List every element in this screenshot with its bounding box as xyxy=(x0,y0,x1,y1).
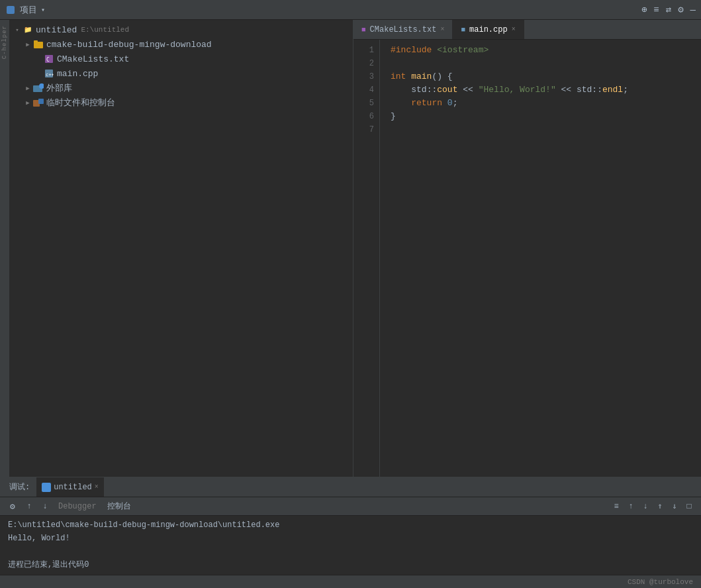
toolbar-down3-icon[interactable]: ⇓ xyxy=(668,500,681,513)
expand-extlib-icon: ▶ xyxy=(23,85,33,92)
title-bar: 项目 ▾ ⊕ ≡ ⇄ ⚙ — xyxy=(0,0,701,20)
tree-item-extlib[interactable]: ▶ 外部库 xyxy=(9,81,353,95)
panel-toolbar-left: ⚙ ↑ ↓ Debugger 控制台 xyxy=(5,499,606,514)
tree-item-build[interactable]: ▶ cmake-build-debug-mingw-download xyxy=(9,37,353,52)
split-icon[interactable]: ⇄ xyxy=(666,4,671,15)
debugger-label[interactable]: Debugger xyxy=(54,502,101,511)
cmake-tab-label: CMakeLists.txt xyxy=(370,25,437,34)
code-content[interactable]: #include <iostream> int main() { std::co… xyxy=(380,40,701,477)
tmp-icon xyxy=(33,98,44,107)
tree-root[interactable]: ▾ 📁 untitled E:\untitled xyxy=(9,23,353,37)
status-bar-text: CSDN @turbolove xyxy=(628,578,693,586)
build-folder-icon xyxy=(33,40,44,49)
app-window: 项目 ▾ ⊕ ≡ ⇄ ⚙ — C-helper ▾ 📁 untitled E: xyxy=(0,0,701,588)
minimize-icon[interactable]: — xyxy=(690,5,696,15)
extlib-icon xyxy=(33,83,44,93)
tmp-label: 临时文件和控制台 xyxy=(46,97,115,109)
panel-toolbar-right: ≡ ↑ ↓ ⇑ ⇓ □ xyxy=(610,500,696,513)
sidebar: ▾ 📁 untitled E:\untitled ▶ cmake-build-d… xyxy=(9,20,353,477)
panel-toolbar: ⚙ ↑ ↓ Debugger 控制台 ≡ ↑ ↓ ⇑ ⇓ □ xyxy=(0,497,701,516)
untitled-tab-label: untitled xyxy=(54,483,92,492)
panel-tab-bar: 调试: untitled × xyxy=(0,477,701,497)
console-line-1: E:\untitled\cmake-build-debug-mingw-down… xyxy=(8,518,693,532)
cmake-tab[interactable]: ■ CMakeLists.txt × xyxy=(353,20,453,39)
toolbar-list-icon[interactable]: ≡ xyxy=(610,500,623,513)
svg-rect-0 xyxy=(7,6,15,14)
cmake-tab-icon: ■ xyxy=(361,26,366,34)
project-icon xyxy=(5,5,16,15)
untitled-tab[interactable]: untitled × xyxy=(36,477,104,497)
debug-up-icon[interactable]: ↑ xyxy=(23,500,36,513)
svg-rect-2 xyxy=(34,40,38,43)
cpp-tab[interactable]: ■ main.cpp × xyxy=(453,20,524,39)
svg-rect-10 xyxy=(38,99,44,104)
cmake-tab-close[interactable]: × xyxy=(440,26,444,33)
svg-rect-11 xyxy=(44,485,49,490)
left-activity-bar: C-helper xyxy=(0,20,9,477)
expand-build-icon: ▶ xyxy=(23,41,33,48)
tab-bar: ■ CMakeLists.txt × ■ main.cpp × xyxy=(353,20,701,40)
cpp-tab-close[interactable]: × xyxy=(512,26,516,33)
console-label[interactable]: 控制台 xyxy=(103,501,135,512)
cpp-tab-label: main.cpp xyxy=(469,25,508,34)
title-bar-icons: ⊕ ≡ ⇄ ⚙ — xyxy=(641,4,696,15)
untitled-tab-icon xyxy=(42,483,51,492)
expand-tmp-icon: ▶ xyxy=(23,99,33,107)
cpp-tab-icon: ■ xyxy=(461,26,465,34)
svg-text:c++: c++ xyxy=(46,72,54,77)
tree-item-tmp[interactable]: ▶ 临时文件和控制台 xyxy=(9,95,353,110)
bottom-panel: 调试: untitled × ⚙ ↑ ↓ Debugger 控制台 ≡ ↑ xyxy=(0,477,701,588)
file-tree: ▾ 📁 untitled E:\untitled ▶ cmake-build-d… xyxy=(9,20,353,477)
tree-item-cmake[interactable]: C CMakeLists.txt xyxy=(9,52,353,66)
root-label: untitled xyxy=(36,25,77,35)
code-line-3: int main() { xyxy=(391,70,701,83)
toolbar-up2-icon[interactable]: ↑ xyxy=(624,500,637,513)
tree-item-main-cpp[interactable]: c++ main.cpp xyxy=(9,66,353,81)
globe-icon[interactable]: ⊕ xyxy=(641,4,647,15)
extlib-label: 外部库 xyxy=(46,82,72,94)
cmake-file-icon: C xyxy=(44,54,54,64)
cmake-label: CMakeLists.txt xyxy=(57,54,129,64)
code-line-1: #include <iostream> xyxy=(391,44,701,57)
project-dropdown[interactable]: ▾ xyxy=(41,6,45,14)
console-output[interactable]: E:\untitled\cmake-build-debug-mingw-down… xyxy=(0,516,701,575)
code-editor: 1 2 3 4 5 6 7 #include <iostream> int ma… xyxy=(353,40,701,477)
settings-icon[interactable]: ⚙ xyxy=(678,4,683,15)
untitled-tab-close[interactable]: × xyxy=(95,483,99,491)
console-line-2: Hello, World! xyxy=(8,532,693,545)
content-row: C-helper ▾ 📁 untitled E:\untitled ▶ xyxy=(0,20,701,477)
status-bar: CSDN @turbolove xyxy=(0,575,701,588)
title-bar-left: 项目 ▾ xyxy=(5,4,637,16)
editor-area: ■ CMakeLists.txt × ■ main.cpp × 1 2 3 4 … xyxy=(353,20,701,477)
main-cpp-label: main.cpp xyxy=(57,69,98,79)
code-line-2 xyxy=(391,57,701,70)
project-label: 项目 xyxy=(20,4,37,16)
toolbar-down2-icon[interactable]: ↓ xyxy=(639,500,652,513)
toolbar-square-icon[interactable]: □ xyxy=(682,500,696,513)
console-line-4: 进程已结束,退出代码0 xyxy=(8,558,693,571)
console-line-3 xyxy=(8,545,693,558)
expand-root-icon: ▾ xyxy=(12,26,23,34)
svg-text:C: C xyxy=(46,57,50,63)
root-path: E:\untitled xyxy=(81,26,129,34)
toolbar-up3-icon[interactable]: ⇑ xyxy=(653,500,667,513)
code-line-4: std::cout << "Hello, World!" << std::end… xyxy=(391,83,701,97)
list-icon[interactable]: ≡ xyxy=(653,5,659,15)
activity-label: C-helper xyxy=(0,20,9,64)
code-line-6: } xyxy=(391,110,701,123)
code-line-5: return 0; xyxy=(391,97,701,110)
root-folder-icon: 📁 xyxy=(23,25,33,34)
line-numbers: 1 2 3 4 5 6 7 xyxy=(353,40,380,477)
debug-down-icon[interactable]: ↓ xyxy=(38,500,52,513)
code-line-7 xyxy=(391,123,701,136)
debug-run-icon[interactable]: ⚙ xyxy=(5,499,20,514)
cpp-file-icon: c++ xyxy=(44,69,54,78)
build-label: cmake-build-debug-mingw-download xyxy=(46,40,212,50)
debug-tab-label[interactable]: 调试: xyxy=(5,481,34,493)
